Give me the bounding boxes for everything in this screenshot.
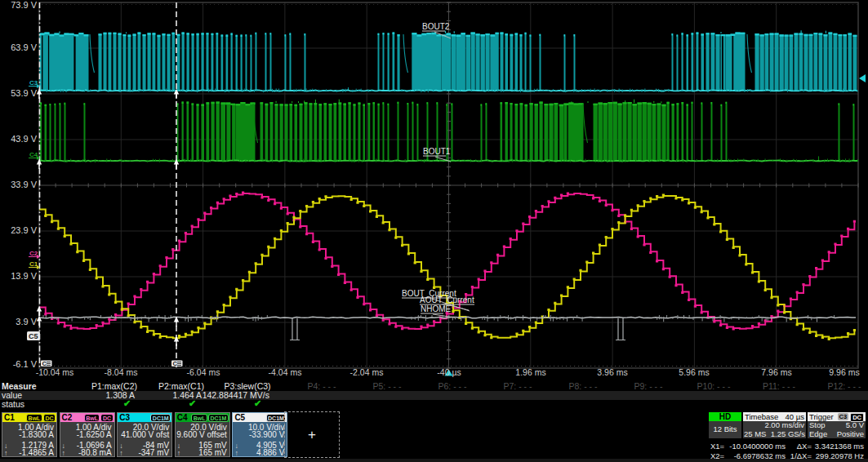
svg-text:63.9 V: 63.9 V (11, 42, 37, 52)
svg-text:-8.04 ms: -8.04 ms (105, 367, 138, 377)
svg-text:3.9 V: 3.9 V (16, 317, 37, 327)
svg-text:C5: C5 (29, 332, 38, 340)
svg-text:-40 µs: -40 µs (437, 367, 461, 377)
svg-text:9.96 ms: 9.96 ms (829, 367, 859, 377)
svg-text:AOUT_Current: AOUT_Current (420, 295, 474, 304)
svg-text:43.9 V: 43.9 V (11, 134, 37, 144)
svg-text:C: C (173, 360, 178, 367)
svg-text:BOUT2: BOUT2 (422, 22, 450, 31)
svg-text:23.9 V: 23.9 V (11, 225, 37, 235)
svg-text:7.96 ms: 7.96 ms (761, 367, 791, 377)
svg-text:C: C (42, 360, 47, 367)
svg-text:NHOME: NHOME (421, 304, 452, 313)
svg-text:3.96 ms: 3.96 ms (597, 367, 627, 377)
svg-text:73.9 V: 73.9 V (11, 0, 37, 10)
svg-text:BOUT1: BOUT1 (423, 147, 451, 156)
svg-text:-10.04 ms: -10.04 ms (36, 367, 74, 377)
svg-text:-6.04 ms: -6.04 ms (187, 367, 220, 377)
svg-text:5.96 ms: 5.96 ms (679, 367, 709, 377)
svg-text:-2.04 ms: -2.04 ms (350, 367, 384, 377)
svg-text:53.9 V: 53.9 V (11, 88, 37, 98)
svg-text:1.96 ms: 1.96 ms (515, 367, 545, 377)
svg-text:-4.04 ms: -4.04 ms (269, 367, 302, 377)
svg-text:33.9 V: 33.9 V (11, 180, 37, 189)
svg-text:-6.1 V: -6.1 V (13, 359, 38, 369)
svg-text:13.9 V: 13.9 V (11, 271, 37, 281)
